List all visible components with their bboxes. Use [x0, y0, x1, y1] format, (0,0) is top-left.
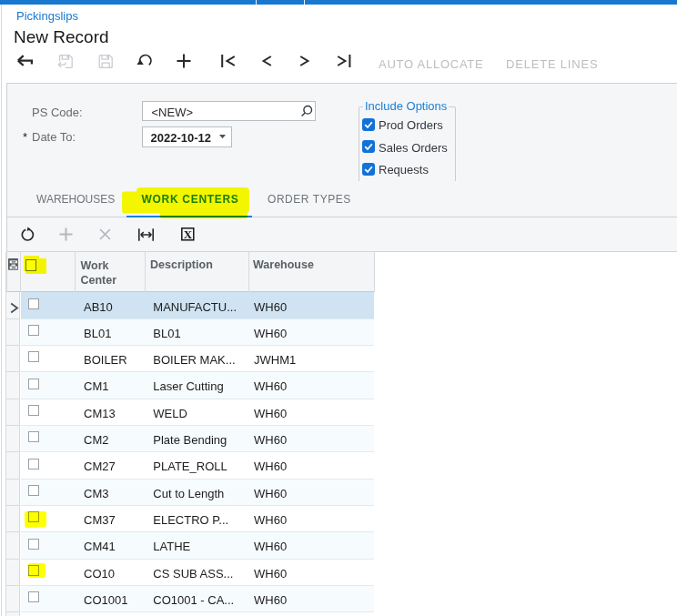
svg-text:X: X [183, 227, 192, 241]
